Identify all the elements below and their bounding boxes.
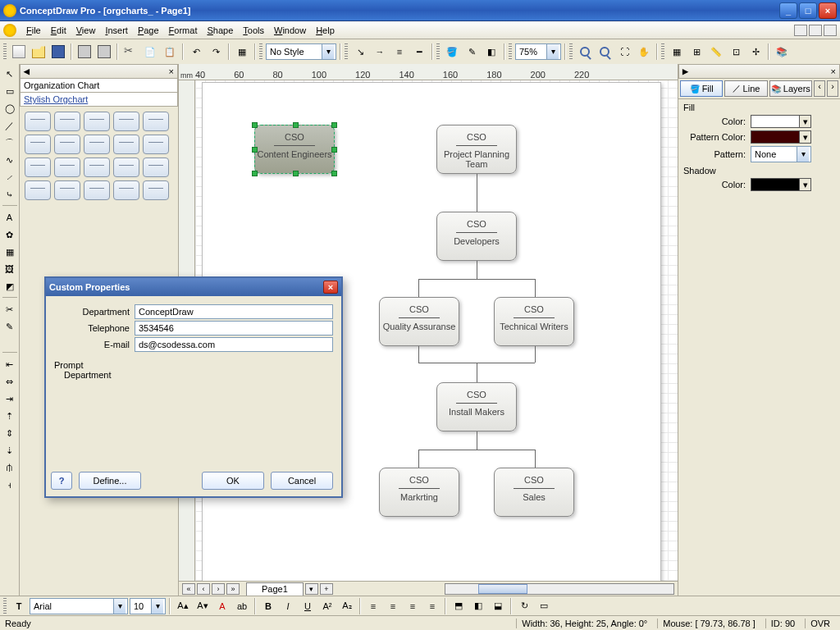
- color-dropdown-button[interactable]: ▾: [800, 130, 811, 144]
- org-shape-item[interactable]: [113, 112, 139, 131]
- line-begin-button[interactable]: ↘: [351, 43, 369, 61]
- resize-handle[interactable]: [252, 147, 258, 153]
- text-box-button[interactable]: ▭: [535, 597, 553, 615]
- underline-button[interactable]: U: [299, 597, 317, 615]
- resize-handle[interactable]: [252, 122, 258, 128]
- style-combo[interactable]: No Style: [266, 43, 336, 60]
- zoom-in-button[interactable]: [576, 43, 594, 61]
- zoom-fit-button[interactable]: ⛶: [615, 43, 633, 61]
- org-shape-item[interactable]: [25, 135, 51, 154]
- shadow-button[interactable]: ◧: [482, 43, 500, 61]
- org-node-selected[interactable]: CSO Content Engineers: [254, 125, 335, 174]
- print-button[interactable]: [75, 43, 94, 61]
- scrollbar-thumb[interactable]: [478, 584, 527, 594]
- window-close-button[interactable]: ×: [819, 2, 837, 19]
- align-center-button[interactable]: ⇔: [2, 373, 18, 390]
- highlight-button[interactable]: ab: [233, 597, 251, 615]
- align-justify-button[interactable]: ≡: [423, 597, 441, 615]
- menu-insert[interactable]: Insert: [100, 24, 133, 37]
- mdi-minimize-button[interactable]: [794, 25, 807, 36]
- guides-button[interactable]: ⊞: [687, 43, 705, 61]
- org-node[interactable]: CSOQuality Assuranse: [379, 297, 459, 346]
- window-minimize-button[interactable]: _: [779, 2, 797, 19]
- fill-color-swatch[interactable]: [751, 115, 800, 128]
- align-right-text-button[interactable]: ≡: [404, 597, 422, 615]
- toolbar-grip[interactable]: [661, 43, 664, 60]
- distribute-h-button[interactable]: ⫛: [2, 459, 18, 476]
- org-shape-item[interactable]: [143, 180, 169, 200]
- shadow-color-swatch[interactable]: [751, 178, 800, 191]
- paste-button[interactable]: 📋: [161, 43, 179, 61]
- tab-line[interactable]: ／ Line: [724, 80, 767, 97]
- align-left-text-button[interactable]: ≡: [364, 597, 382, 615]
- menu-tools[interactable]: Tools: [238, 24, 269, 37]
- dialog-titlebar[interactable]: Custom Properties ×: [46, 278, 341, 296]
- valign-bottom-button[interactable]: ⬓: [489, 597, 507, 615]
- tab-nav-next[interactable]: ›: [212, 583, 225, 595]
- rectangle-tool-button[interactable]: ▭: [2, 83, 18, 99]
- eyedropper-tool-button[interactable]: ✎: [2, 318, 18, 335]
- line-style-button[interactable]: ≡: [390, 43, 409, 61]
- line-color-button[interactable]: ✎: [463, 43, 481, 61]
- grid-button[interactable]: ▦: [668, 43, 686, 61]
- org-node[interactable]: CSOMarkrting: [379, 468, 459, 517]
- pointer-tool-button[interactable]: ↖: [2, 66, 18, 82]
- define-button[interactable]: Define...: [79, 472, 141, 490]
- tab-add[interactable]: +: [320, 583, 333, 595]
- distribute-v-button[interactable]: ⫞: [2, 477, 18, 493]
- fill-button[interactable]: 🪣: [443, 43, 461, 61]
- undo-button[interactable]: ↶: [187, 43, 205, 61]
- panel-titlebar[interactable]: ◀×: [20, 64, 178, 79]
- toolbar-grip[interactable]: [3, 43, 7, 60]
- line-end-button[interactable]: →: [371, 43, 389, 61]
- align-right-button[interactable]: ⇥: [2, 390, 18, 407]
- font-button[interactable]: T: [10, 597, 28, 615]
- org-shape-item[interactable]: [84, 180, 110, 200]
- superscript-button[interactable]: A²: [318, 597, 336, 615]
- bold-button[interactable]: B: [259, 597, 277, 615]
- toolbar-grip[interactable]: [345, 43, 348, 60]
- table-tool-button[interactable]: ▦: [2, 244, 18, 260]
- toolbar-grip[interactable]: [436, 43, 440, 60]
- library-button[interactable]: ▦: [233, 43, 251, 61]
- font-size-up-button[interactable]: A▴: [174, 597, 192, 615]
- menu-format[interactable]: Format: [164, 24, 203, 37]
- org-shape-item[interactable]: [54, 158, 80, 177]
- org-shape-item[interactable]: [113, 180, 139, 200]
- cut-button[interactable]: ✂: [121, 43, 139, 61]
- curve-tool-button[interactable]: ∿: [2, 152, 18, 168]
- zoom-out-button[interactable]: [596, 43, 614, 61]
- tab-nav-last[interactable]: »: [226, 583, 240, 595]
- text-tool-button[interactable]: A: [2, 209, 18, 226]
- org-shape-item[interactable]: [25, 112, 51, 131]
- org-shape-item[interactable]: [25, 158, 51, 177]
- org-shape-item[interactable]: [84, 112, 110, 131]
- cancel-button[interactable]: Cancel: [271, 472, 333, 490]
- ole-tool-button[interactable]: ◩: [2, 278, 18, 294]
- org-node[interactable]: CSODevelopers: [436, 212, 517, 261]
- align-bottom-button[interactable]: ⇣: [2, 442, 18, 459]
- toolbar-grip[interactable]: [259, 43, 262, 60]
- align-left-button[interactable]: ⇤: [2, 356, 18, 372]
- color-dropdown-button[interactable]: ▾: [800, 178, 811, 191]
- org-shape-item[interactable]: [143, 112, 169, 131]
- email-input[interactable]: [135, 337, 333, 352]
- line-tool-button[interactable]: ／: [2, 117, 18, 134]
- org-shape-item[interactable]: [113, 135, 139, 154]
- menu-view[interactable]: View: [71, 24, 101, 37]
- resize-handle[interactable]: [331, 147, 337, 153]
- redo-button[interactable]: ↷: [207, 43, 225, 61]
- resize-handle[interactable]: [331, 122, 337, 128]
- resize-handle[interactable]: [331, 171, 337, 176]
- ruler-button[interactable]: 📏: [707, 43, 725, 61]
- org-shape-item[interactable]: [54, 180, 80, 200]
- tab-fill[interactable]: 🪣 Fill: [680, 80, 723, 97]
- menu-help[interactable]: Help: [311, 24, 340, 37]
- zoom-combo[interactable]: 75%: [515, 43, 561, 60]
- image-tool-button[interactable]: 🖼: [2, 261, 18, 277]
- toolbar-grip[interactable]: [3, 598, 7, 614]
- align-center-text-button[interactable]: ≡: [384, 597, 402, 615]
- org-shape-item[interactable]: [54, 112, 80, 131]
- org-shape-item[interactable]: [84, 135, 110, 154]
- pan-button[interactable]: ✋: [635, 43, 653, 61]
